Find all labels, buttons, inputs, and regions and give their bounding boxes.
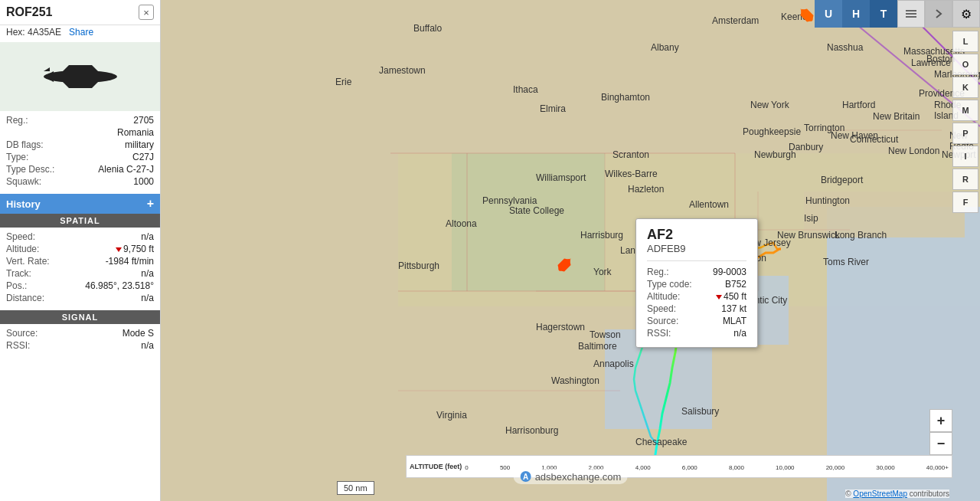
- altitude-bar-label: ALTITUDE (feet): [410, 463, 462, 470]
- watermark-icon: A: [520, 470, 532, 483]
- svg-text:A: A: [523, 473, 528, 481]
- sidebar-O[interactable]: O: [952, 54, 978, 75]
- country-value: Romania: [117, 127, 154, 138]
- typedesc-label: Type Desc.:: [6, 164, 54, 175]
- signal-data: Source: Mode S RSSI: n/a: [0, 324, 160, 355]
- sidebar-F[interactable]: F: [952, 192, 978, 213]
- spatial-section: SPATIAL: [0, 214, 160, 228]
- watermark: A adsbexchange.com: [514, 469, 628, 484]
- filter-h-button[interactable]: H: [842, 0, 870, 28]
- af2-marker[interactable]: [554, 254, 575, 278]
- popup-type-value: B752: [725, 279, 746, 290]
- zoom-in-button[interactable]: +: [929, 409, 952, 432]
- sidebar-K[interactable]: K: [952, 77, 978, 98]
- info-table: Reg.: 2705 Romania DB flags: military Ty…: [0, 111, 160, 191]
- filter-u-button[interactable]: U: [815, 0, 842, 28]
- svg-rect-27: [906, 10, 916, 11]
- reg-row: Reg.: 2705: [6, 114, 154, 126]
- share-link[interactable]: Share: [69, 27, 93, 38]
- map-container[interactable]: BuffaloAlbanyAmsterdamKeeneBostonNew Yor…: [161, 0, 980, 501]
- rssi-value: n/a: [141, 340, 154, 351]
- dbflags-label: DB flags:: [6, 139, 44, 150]
- sidebar-M[interactable]: M: [952, 100, 978, 121]
- popup-altitude-row: Altitude: 450 ft: [647, 290, 746, 303]
- scale-bar: 50 nm: [337, 481, 374, 495]
- history-label: History: [6, 198, 41, 210]
- vertrate-value: -1984 ft/min: [106, 256, 154, 267]
- right-sidebar: L O K M P I R F: [952, 31, 980, 213]
- popup-reg-value: 99-0003: [713, 267, 746, 277]
- popup-source-value: MLAT: [723, 316, 746, 326]
- popup-rssi-row: RSSI: n/a: [647, 327, 746, 339]
- attribution: © OpenStreetMap contributors: [845, 490, 949, 498]
- history-plus: +: [147, 197, 154, 211]
- zoom-controls: + −: [929, 409, 952, 455]
- sidebar-P[interactable]: P: [952, 123, 978, 144]
- source-value: Mode S: [122, 328, 154, 339]
- popup-callsign: AF2: [647, 227, 746, 243]
- sidebar-L[interactable]: L: [952, 31, 978, 52]
- typedesc-row: Type Desc.: Alenia C-27-J: [6, 163, 154, 175]
- svg-rect-28: [906, 13, 916, 15]
- speed-label: Speed:: [6, 231, 35, 242]
- reg-value: 2705: [133, 115, 154, 126]
- distance-value: n/a: [141, 293, 154, 303]
- popup-altitude-value: 450 ft: [716, 291, 746, 302]
- layers-button[interactable]: [897, 0, 925, 28]
- hex-label: Hex:: [6, 27, 25, 38]
- settings-button[interactable]: ⚙: [952, 0, 980, 28]
- source-row: Source: Mode S: [6, 327, 154, 339]
- svg-marker-1: [57, 65, 103, 77]
- popup-speed-label: Speed:: [647, 303, 676, 314]
- svg-rect-29: [906, 16, 916, 18]
- history-section[interactable]: History +: [0, 194, 160, 214]
- speed-value: n/a: [141, 231, 154, 242]
- panel-header: ROF251 ×: [0, 0, 160, 25]
- signal-section: SIGNAL: [0, 310, 160, 324]
- sidebar-R[interactable]: R: [952, 169, 978, 190]
- track-row: Track: n/a: [6, 267, 154, 280]
- layers-icon: [904, 7, 918, 21]
- popup-hex: ADFEB9: [647, 243, 746, 254]
- pos-row: Pos.: 46.985°, 23.518°: [6, 280, 154, 292]
- pos-value: 46.985°, 23.518°: [85, 280, 154, 291]
- popup-divider: [647, 260, 746, 261]
- af2-icon: [554, 254, 575, 276]
- vertrate-row: Vert. Rate: -1984 ft/min: [6, 255, 154, 267]
- altitude-bar: ALTITUDE (feet) 0 500 1,000 2,000 4,000 …: [406, 455, 952, 478]
- popup-reg-label: Reg.:: [647, 267, 669, 277]
- altitude-value: 9,750 ft: [116, 244, 154, 254]
- map-toolbar: U H T ⚙: [815, 0, 980, 28]
- type-label: Type:: [6, 152, 28, 162]
- aircraft-popup[interactable]: AF2 ADFEB9 Reg.: 99-0003 Type code: B752…: [635, 218, 758, 348]
- popup-rssi-label: RSSI:: [647, 328, 671, 339]
- rssi-label: RSSI:: [6, 340, 30, 351]
- popup-source-row: Source: MLAT: [647, 315, 746, 327]
- popup-rssi-value: n/a: [733, 328, 746, 339]
- filter-t-button[interactable]: T: [870, 0, 897, 28]
- altitude-label: Altitude:: [6, 244, 39, 254]
- hex-row: Hex: 4A35AE Share: [0, 25, 160, 42]
- country-row: Romania: [6, 126, 154, 139]
- sidebar-I[interactable]: I: [952, 146, 978, 167]
- popup-source-label: Source:: [647, 316, 678, 326]
- hex-value: 4A35AE: [28, 27, 61, 38]
- panel-title: ROF251: [6, 5, 52, 19]
- source-label: Source:: [6, 328, 38, 339]
- typedesc-value: Alenia C-27-J: [98, 164, 154, 175]
- altitude-row: Altitude: 9,750 ft: [6, 243, 154, 255]
- osm-link[interactable]: OpenStreetMap: [853, 490, 907, 498]
- signal-label: SIGNAL: [62, 313, 99, 322]
- close-button[interactable]: ×: [139, 5, 154, 20]
- type-row: Type: C27J: [6, 151, 154, 163]
- distance-label: Distance:: [6, 293, 44, 303]
- popup-type-label: Type code:: [647, 279, 692, 290]
- squawk-row: Squawk: 1000: [6, 175, 154, 188]
- track-value: n/a: [141, 268, 154, 279]
- svg-marker-5: [44, 67, 50, 71]
- zoom-out-button[interactable]: −: [929, 432, 952, 455]
- aircraft-image: [0, 42, 160, 111]
- collapse-button[interactable]: [925, 0, 952, 28]
- reg-label: Reg.:: [6, 115, 28, 126]
- spatial-label: SPATIAL: [60, 216, 100, 225]
